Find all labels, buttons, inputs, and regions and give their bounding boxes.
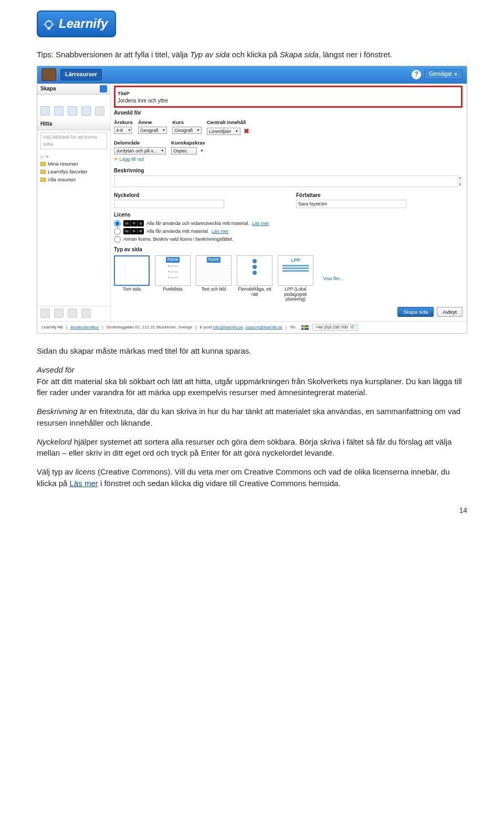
beskrivning-textarea[interactable] <box>114 176 463 187</box>
app-footer: Learnify AB | Användarvillkor | Drottnin… <box>37 321 467 333</box>
licens-text-1: Alla får använda och vidareutveckla mitt… <box>146 220 249 227</box>
p-licens: Välj typ av licens (Creative Commons). V… <box>37 466 467 489</box>
tile-tom-sida[interactable]: Tom sida <box>114 255 150 292</box>
new-page-icon[interactable] <box>40 106 50 116</box>
las-mer-link-1[interactable]: Läs mer <box>252 220 269 227</box>
licens-text-2: Alla får använda mitt material. <box>146 228 209 235</box>
centralt-label: Centralt innehåll <box>207 119 249 126</box>
new-doc-icon[interactable] <box>54 106 64 116</box>
shortcuts-button[interactable]: Genvägar▼ <box>424 69 463 79</box>
tile-flerval[interactable]: Flervalsfråga, ett rätt <box>237 255 272 297</box>
chevron-down-icon: ▼ <box>454 71 458 78</box>
sidebar-head-hitta[interactable]: Hitta <box>37 119 110 130</box>
p-titelkrav: Sidan du skapar måste märkas med titel f… <box>37 345 467 357</box>
p-nyckelord: Nyckelord hjälper systemet att sortera a… <box>37 436 467 459</box>
sidebar-bottom-tools <box>37 306 110 321</box>
swedish-flag-icon <box>301 325 309 330</box>
svg-rect-1 <box>47 28 50 30</box>
tile-text-bild[interactable]: Rubrik Text och bild <box>196 255 232 292</box>
cc-by-sa-icon: cc①◎ <box>123 220 144 226</box>
intro-tip: Tips: Snabbversionen är att fylla i tite… <box>37 49 467 60</box>
sidebar-tool-row <box>37 103 110 119</box>
p-avsedd: Avsedd för För att ditt material ska bli… <box>37 364 467 398</box>
sidebar-head-skapa[interactable]: Skapa <box>37 84 110 95</box>
collapse-icon[interactable] <box>100 85 107 92</box>
main-form: Titel* Jordens inre och yttre Avsedd för… <box>111 84 467 322</box>
app-topbar: Lärresurser ? Genvägar▼ <box>37 66 467 84</box>
las-mer-text-link[interactable]: Läs mer <box>70 479 98 488</box>
skapa-sida-button[interactable]: Skapa sida <box>397 307 434 317</box>
topbar-title: Lärresurser <box>60 69 102 80</box>
tree-item[interactable]: Learnifys favoriter <box>40 168 107 176</box>
new-folder-icon[interactable] <box>68 106 77 116</box>
resource-box-icon <box>41 68 56 81</box>
brush-icon[interactable] <box>95 106 104 116</box>
licens-text-3: Annan licens. Beskriv vald licens i besk… <box>123 236 234 243</box>
arskurs-label: Årskurs <box>114 119 133 126</box>
beskrivning-label: Beskrivning <box>114 167 463 175</box>
title-label: Titel* <box>118 90 459 97</box>
arskurs-select[interactable]: 4-6 <box>114 127 132 134</box>
footer-address: Drottninggatan 61, 111 21 Stockholm, Sve… <box>107 324 193 331</box>
tree-item[interactable]: Alla resurser <box>40 176 107 183</box>
brand-name: Learnify <box>59 15 108 33</box>
nyckelord-label: Nyckelord <box>114 192 280 200</box>
cancel-button[interactable]: Avbryt <box>437 307 463 317</box>
licens-radio-3[interactable] <box>114 236 121 243</box>
footer-phone: +46 (0)8 236 700 ✆ <box>312 324 358 331</box>
app-screenshot: Lärresurser ? Genvägar▼ Skapa Hitta <box>37 66 467 334</box>
kunskap-select[interactable]: Ospec. <box>171 147 197 154</box>
licens-radio-1[interactable] <box>114 220 121 227</box>
centralt-select[interactable]: Livsmiljöer <box>207 128 240 135</box>
licens-radio-2[interactable] <box>114 228 121 235</box>
new-group-icon[interactable] <box>81 106 91 116</box>
delomrade-label: Delområde <box>114 139 166 147</box>
p-beskrivning: Beskrivning är en fritextruta, där du ka… <box>37 406 467 429</box>
tool3-icon[interactable] <box>68 308 77 318</box>
cc-by-nd-icon: cc①⊜ <box>123 228 144 234</box>
footer-company: Learnify AB <box>41 324 63 331</box>
help-icon[interactable]: ? <box>412 70 421 79</box>
kunskap-label: Kunskapskrav <box>171 139 205 147</box>
brand-logo: Learnify <box>37 11 116 37</box>
add-row-link[interactable]: Lägg till rad <box>114 156 463 163</box>
avsedd-label: Avsedd för <box>114 109 463 117</box>
home-icon[interactable]: ⌂ <box>40 153 44 160</box>
footer-email1[interactable]: info@learnify.se <box>213 325 243 329</box>
title-input[interactable]: Jordens inre och yttre <box>118 97 459 105</box>
phone-icon: ✆ <box>350 325 354 329</box>
footer-terms-link[interactable]: Användarvillkor <box>70 324 99 331</box>
footer-email2[interactable]: support@learnify.se <box>245 325 282 329</box>
tool1-icon[interactable] <box>40 308 50 318</box>
delete-row-icon[interactable]: ✖ <box>244 127 249 137</box>
kurs-label: Kurs <box>172 119 202 126</box>
typ-label: Typ av sida <box>114 246 463 254</box>
lightbulb-icon <box>43 18 55 29</box>
visa-fler-link[interactable]: Visa fler... <box>323 275 343 282</box>
page-number: 14 <box>37 505 467 516</box>
folder-icon <box>40 178 46 182</box>
folder-icon <box>40 162 46 166</box>
amne-select[interactable]: Geografi <box>138 127 167 134</box>
svg-point-0 <box>46 21 52 28</box>
delomrade-select[interactable]: Jordytan och på v... <box>114 147 166 154</box>
amne-label: Ämne <box>138 119 167 126</box>
nyckelord-input[interactable] <box>114 200 224 208</box>
tile-lpp[interactable]: LPP LPP (Lokal pedagogisk planering) <box>278 255 313 302</box>
forfattare-input[interactable]: Sara Nyström <box>296 200 406 208</box>
tree-item[interactable]: Mina resurser <box>40 160 107 168</box>
tool2-icon[interactable] <box>54 308 64 318</box>
tool4-icon[interactable] <box>81 308 91 318</box>
tile-punktlista[interactable]: Rubrik —————— Punktlista <box>155 255 191 292</box>
forfattare-label: Författare <box>296 192 463 200</box>
las-mer-link-2[interactable]: Läs mer <box>212 228 229 235</box>
search-input[interactable]: Välj bibliotek för att kunna söka <box>40 132 107 149</box>
kurs-select[interactable]: Geografi <box>172 127 202 134</box>
licens-label: Licens <box>114 211 463 219</box>
sidebar-tree: ⌂> Mina resurser Learnifys favoriter All… <box>37 151 110 187</box>
left-sidebar: Skapa Hitta Välj bibliotek för att kunna… <box>37 84 111 322</box>
folder-icon <box>40 170 46 174</box>
title-field-highlight: Titel* Jordens inre och yttre <box>114 86 463 108</box>
